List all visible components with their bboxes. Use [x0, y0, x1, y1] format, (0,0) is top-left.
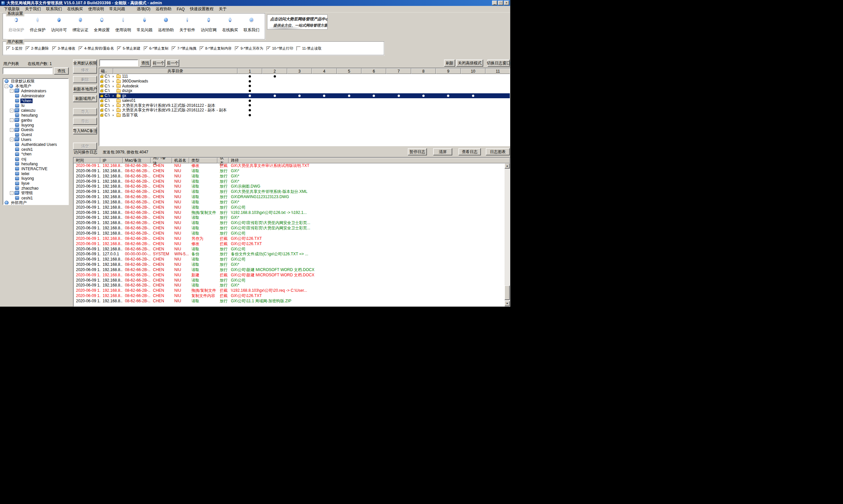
directory-column-header[interactable]: 共享目录 [113, 68, 238, 74]
tree-item[interactable]: *chen [3, 98, 68, 103]
share-row[interactable]: C:\dszgx [99, 88, 510, 93]
toolbar-button[interactable]: ✓ 访问许可 [48, 16, 70, 33]
close-advanced-mode-button[interactable]: 关闭高级模式 [456, 59, 483, 67]
action-button[interactable]: 刷新域用户 [73, 95, 97, 102]
tree-item[interactable]: ceshi1 [3, 147, 68, 152]
checkbox-icon[interactable] [6, 46, 11, 51]
tree-item[interactable]: -caiwuzu [3, 108, 68, 113]
log-column-header[interactable]: 路径 [228, 158, 510, 163]
tree-item[interactable]: -ganbu [3, 118, 68, 123]
toolbar-button[interactable]: ☺ 远程协助 [155, 16, 177, 33]
menu-item[interactable]: FAQ [174, 6, 187, 12]
share-row[interactable]: C:\›大势至共享文件审计系统V9.1正式版-20161122 - 副本 [99, 103, 510, 108]
share-row[interactable]: C:\›Autodesk [99, 84, 510, 89]
log-chart-button[interactable]: 日志图表 [486, 148, 510, 156]
expand-arrow-icon[interactable]: › [113, 84, 116, 89]
log-row[interactable]: 2020-06-09 1...192.168.8...08-62-66-2B-.… [74, 205, 510, 210]
promo-banner[interactable]: 点击访问大势至网络管理产品中心 提供全方位、一站式网络管理方案! [267, 15, 328, 30]
log-scrollbar[interactable]: ▲ ▼ [504, 163, 510, 306]
menu-item[interactable]: 联系我们 [44, 5, 65, 13]
toolbar-button[interactable]: e 访问官网 [198, 16, 219, 33]
menu-item[interactable]: 使用说明 [86, 5, 107, 13]
tree-item[interactable]: liuyong [3, 123, 68, 127]
toolbar-button[interactable]: ∥ 停止保护 [27, 16, 48, 33]
tree-expander-icon[interactable]: - [10, 89, 14, 93]
log-row[interactable]: 2020-06-09 1...192.168.8...08-62-66-2B-.… [74, 163, 510, 168]
tree-item[interactable]: 目录默认权限 [3, 79, 68, 84]
menu-item[interactable]: 远程协助 [153, 5, 174, 13]
toolbar-button[interactable]: ? 常见问题 [134, 16, 155, 33]
menu-item[interactable]: 选项(O) [134, 5, 153, 13]
tree-item[interactable]: hesufang [3, 162, 68, 166]
action-button[interactable]: 导入 [73, 108, 97, 115]
tree-item[interactable]: Guest [3, 132, 68, 137]
refresh-button[interactable]: 刷新 [444, 59, 455, 67]
action-button[interactable]: 导入MAC备注 [73, 127, 97, 134]
log-row[interactable]: 2020-06-09 1...192.168.8...08-62-66-2B-.… [74, 273, 510, 278]
log-column-header[interactable]: 状态 [218, 158, 228, 163]
log-row[interactable]: 2020-06-09 1...192.168.8...08-62-66-2B-.… [74, 267, 510, 273]
permission-checkbox[interactable]: 10-*禁止打印 [266, 46, 293, 51]
tree-item[interactable]: -Administrators [3, 89, 68, 94]
log-column-header[interactable]: IP [100, 158, 123, 163]
log-row[interactable]: 2020-06-09 1...192.168.8...08-62-66-2B-.… [74, 299, 510, 304]
log-row[interactable]: 2020-06-09 1...192.168.8...08-62-66-2B-.… [74, 288, 510, 293]
permission-column-header[interactable]: 2 [262, 68, 287, 74]
tree-item[interactable]: ceshi1 [3, 196, 68, 200]
permission-checkbox[interactable]: 8-*禁止复制内容 [200, 46, 231, 51]
log-column-header[interactable]: 用户/备注 [151, 158, 172, 163]
log-row[interactable]: 2020-06-09 1...192.168.8...08-62-66-2B-.… [74, 283, 510, 288]
permission-column-header[interactable]: 6 [361, 68, 386, 74]
log-row[interactable]: 2020-06-09 1...192.168.8...08-62-66-2B-.… [74, 200, 510, 205]
checkbox-icon[interactable] [235, 46, 239, 51]
log-row[interactable]: 2020-06-09 1...192.168.8...08-62-66-2B-.… [74, 262, 510, 267]
share-search-input[interactable] [99, 59, 138, 66]
checkbox-icon[interactable] [266, 46, 271, 51]
tree-item[interactable]: Authenticated Users [3, 142, 68, 147]
permission-column-header[interactable]: 8 [411, 68, 436, 74]
user-find-button[interactable]: 查找 [54, 67, 69, 75]
permission-checkbox[interactable]: 2-禁止删除 [25, 46, 49, 51]
tree-item[interactable]: -本地用户 [3, 84, 68, 89]
pause-log-button[interactable]: 暂停日志 [408, 148, 427, 156]
expand-arrow-icon[interactable]: › [113, 74, 116, 79]
tree-item[interactable]: -管理组 [3, 191, 68, 196]
action-button[interactable]: 导出 [73, 118, 97, 125]
log-row[interactable]: 2020-06-09 1...192.168.8...08-62-66-2B-.… [74, 236, 510, 241]
user-search-input[interactable] [3, 67, 53, 74]
tree-expander-icon[interactable]: - [10, 118, 14, 122]
tree-item[interactable]: leilei [3, 171, 68, 176]
log-row[interactable]: 2020-06-09 1...192.168.8...08-62-66-2B-.… [74, 247, 510, 252]
share-row[interactable]: C:\sales01 [99, 98, 510, 103]
log-row[interactable]: 2020-06-09 1...192.168.8...08-62-66-2B-.… [74, 220, 510, 226]
expand-arrow-icon[interactable]: › [113, 93, 116, 98]
log-column-header[interactable]: 机器名 [172, 158, 189, 163]
expand-arrow-icon[interactable]: › [113, 108, 116, 113]
log-row[interactable]: 2020-06-09 1...192.168.8...08-62-66-2B-.… [74, 241, 510, 247]
checkbox-icon[interactable] [52, 46, 56, 51]
permission-column-header[interactable]: 11 [485, 68, 510, 74]
log-column-header[interactable]: 时间 [74, 158, 100, 163]
tree-expander-icon[interactable]: - [10, 138, 14, 141]
log-row[interactable]: 2020-06-09 1...192.168.8...08-62-66-2B-.… [74, 231, 510, 236]
checkbox-icon[interactable] [200, 46, 204, 51]
previous-button[interactable]: 前一个 [152, 59, 165, 67]
global-default-permission-button[interactable]: 全局默认权限 [73, 59, 97, 67]
share-row[interactable]: C:\›360Downloads [99, 79, 510, 84]
view-log-button[interactable]: 查看日志 [459, 148, 481, 156]
permission-checkbox[interactable]: 6-*禁止复制 [144, 46, 168, 51]
minimize-icon[interactable]: _ [492, 1, 497, 5]
log-column-header[interactable]: Mac/备注 [123, 158, 151, 163]
permission-column-header[interactable]: 7 [386, 68, 411, 74]
menu-item[interactable]: 关于 [216, 5, 229, 13]
log-row[interactable]: 2020-06-09 1...192.168.8...08-62-66-2B-.… [74, 257, 510, 262]
tree-item[interactable]: liuyong [3, 176, 68, 181]
permission-checkbox[interactable]: 7-*禁止拖拽 [172, 46, 196, 51]
log-row[interactable]: 2020-06-09 1...192.168.8...08-62-66-2B-.… [74, 293, 510, 299]
checkbox-icon[interactable] [25, 46, 30, 51]
tree-item[interactable]: 外部用户 [3, 200, 68, 205]
checkbox-icon[interactable] [296, 46, 300, 51]
action-button[interactable]: 修改 [73, 66, 97, 74]
permission-column-header[interactable]: 10 [461, 68, 485, 74]
log-row[interactable]: 2020-06-09 1...192.168.8...08-62-66-2B-.… [74, 226, 510, 231]
